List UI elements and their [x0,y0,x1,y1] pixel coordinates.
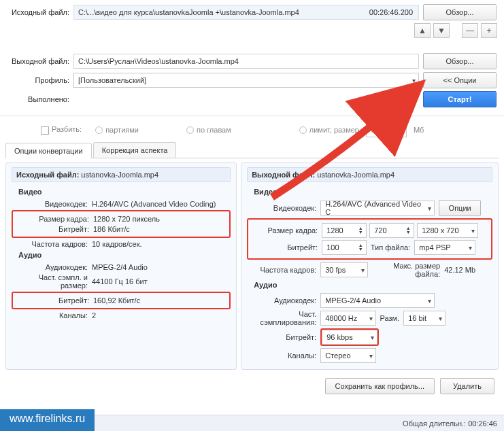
output-file-label: Выходной файл: [5,57,73,65]
chevron-down-icon [361,266,365,274]
fps-select[interactable]: 30 fps [320,262,368,277]
highlight-src-frame-bitrate: Размер кадра:1280 x 720 пиксель Битрейт:… [12,210,231,238]
file-type-select[interactable]: mp4 PSP [414,240,475,255]
output-file-field[interactable]: C:\Users\Руслан\Videos\ustanovka-Joomla.… [73,54,419,69]
video-section: Видео [18,188,231,196]
source-panel-header: Исходный файл: ustanovka-Joomla.mp4 [12,167,231,182]
frame-height-spinner[interactable]: 720▲▼ [369,223,414,238]
profile-select[interactable]: [Пользовательский] [73,73,419,88]
chevron-down-icon [428,204,431,212]
browse-source-button[interactable]: Обзор... [423,4,497,20]
src-video-codec: H.264/AVC (Advanced Video Coding) [92,200,216,208]
profile-label: Профиль: [5,76,73,84]
size-unit: Мб [414,126,424,134]
chevron-down-icon [412,76,416,84]
spinner-arrows-icon: ▲▼ [356,243,365,252]
source-file-label: Исходный файл: [5,8,73,16]
video-codec-options-button[interactable]: Опции [439,200,481,216]
total-duration: 00:26:46 [468,419,497,428]
output-panel-header: Выходной файл: ustanovka-Joomla.mp4 [247,167,492,182]
watermark: www.firelinks.ru [0,409,95,431]
save-profile-button[interactable]: Сохранить как профиль... [325,378,435,394]
profile-value: [Пользовательский] [78,76,146,84]
split-checkbox[interactable] [41,126,49,135]
delete-profile-button[interactable]: Удалить [440,378,494,394]
bit-depth-select[interactable]: 16 bit [403,311,446,326]
radio-limit-size[interactable] [299,126,307,134]
src-sample: 44100 Гц 16 бит [92,277,148,286]
src-fps: 10 кадров/сек. [92,240,142,248]
frame-preset-select[interactable]: 1280 x 720 [417,223,478,238]
audio-codec-select[interactable]: MPEG-2/4 Audio [320,293,435,308]
radio-by-parts[interactable] [95,126,103,134]
options-toggle-button[interactable]: << Опции [423,72,497,88]
source-duration: 00:26:46.200 [369,8,413,16]
highlight-out-abitrate: 96 kbps [320,328,379,346]
max-file-size: 42.12 Mb [444,266,475,274]
chevron-down-icon [371,333,374,341]
video-bitrate-spinner[interactable]: 100▲▼ [322,240,367,255]
split-label: Разбить: [52,125,82,133]
source-panel: Исходный файл: ustanovka-Joomla.mp4 Виде… [5,162,237,370]
source-file-path: C:\...\видео для курса\ustanovkaJoomla +… [78,8,299,16]
chevron-down-icon [471,226,475,235]
move-up-icon[interactable]: ▲ [414,23,431,38]
tab-aspect-correction[interactable]: Коррекция аспекта [93,142,177,158]
audio-section-out: Аудио [254,281,492,289]
chevron-down-icon [469,243,472,252]
src-frame-size: 1280 x 720 пиксель [93,215,160,223]
output-panel: Выходной файл: ustanovka-Joomla.mp4 Виде… [241,162,499,370]
sample-rate-select[interactable]: 48000 Hz [320,311,376,326]
by-chapters-label: по главам [197,126,231,134]
done-label: Выполнено: [5,95,73,103]
radio-by-chapters[interactable] [186,126,194,134]
spinner-arrows-icon: ▲▼ [356,226,365,235]
audio-section: Аудио [18,251,231,259]
output-file-path: C:\Users\Руслан\Videos\ustanovka-Joomla.… [78,57,239,65]
highlight-out-frame-bitrate: Размер кадра: 1280▲▼ 720▲▼ 1280 x 720 Би… [247,218,492,260]
source-file-field: C:\...\видео для курса\ustanovkaJoomla +… [73,5,419,20]
remove-icon[interactable]: — [462,23,478,38]
chevron-down-icon [439,314,442,322]
start-button[interactable]: Старт! [423,91,497,107]
limit-size-label: лимит, размер [309,126,359,134]
video-section-out: Видео [254,188,492,196]
out-video-codec-select[interactable]: H.264/AVC (Advanced Video C [320,201,435,216]
channels-select[interactable]: Стерео [320,348,376,363]
src-audio-codec: MPEG-2/4 Audio [92,263,148,271]
src-video-bitrate: 186 Кбит/с [93,225,130,233]
browse-output-button[interactable]: Обзор... [423,53,497,69]
chevron-down-icon [369,314,373,322]
audio-bitrate-select[interactable]: 96 kbps [322,330,377,345]
chevron-down-icon [428,296,431,305]
limit-size-select[interactable]: 640 [366,122,407,137]
frame-width-spinner[interactable]: 1280▲▼ [322,223,367,238]
tab-conversion-options[interactable]: Опции конвертации [5,143,92,158]
chevron-down-icon [400,126,403,134]
move-down-icon[interactable]: ▼ [433,23,450,38]
src-channels: 2 [92,311,96,320]
src-audio-bitrate: 160,92 Кбит/с [93,296,140,305]
spinner-arrows-icon: ▲▼ [404,226,412,235]
chevron-down-icon [369,351,373,360]
add-icon[interactable]: + [481,23,497,38]
highlight-src-abitrate: Битрейт:160,92 Кбит/с [12,292,231,309]
by-parts-label: партиями [105,126,139,134]
